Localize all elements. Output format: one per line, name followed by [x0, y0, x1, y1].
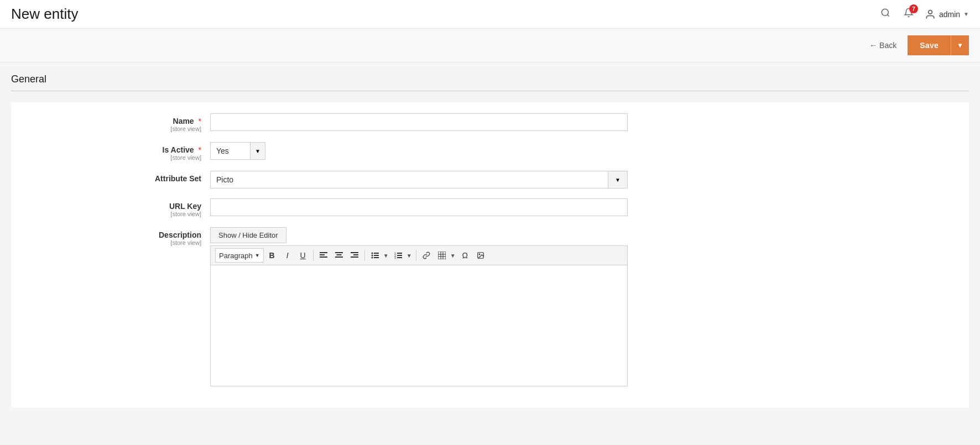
attribute-set-select[interactable]: Picto ▼: [210, 171, 628, 189]
form-row-description: Description [store view] Show / Hide Edi…: [11, 227, 969, 386]
url-key-input[interactable]: [210, 198, 628, 216]
italic-button[interactable]: I: [280, 248, 295, 263]
ordered-list-button[interactable]: 1. 2. 3.: [391, 248, 405, 263]
attribute-set-value: Picto: [211, 173, 608, 186]
svg-rect-15: [374, 255, 379, 256]
is-active-label: Is Active: [163, 145, 194, 154]
omega-icon: Ω: [462, 251, 467, 260]
paragraph-value: Paragraph: [219, 252, 253, 260]
ul-button-group: ▼: [368, 248, 390, 263]
attribute-set-label: Attribute Set: [155, 174, 201, 183]
image-button[interactable]: [473, 248, 488, 263]
page-title: New entity: [11, 6, 78, 23]
svg-rect-17: [374, 257, 379, 258]
attribute-set-control: Picto ▼: [210, 171, 958, 189]
svg-rect-10: [353, 254, 358, 255]
section-general-title: General: [11, 74, 969, 91]
svg-point-16: [371, 257, 373, 259]
user-chevron-icon: ▼: [963, 11, 969, 17]
svg-point-14: [371, 255, 373, 256]
table-button-group: ▼: [435, 248, 457, 263]
form-row-is-active: Is Active * [store view] Yes ▼: [11, 142, 969, 161]
align-center-icon: [335, 252, 343, 259]
header-actions: 7 admin ▼: [878, 6, 969, 23]
link-icon: [422, 252, 431, 259]
svg-rect-7: [336, 254, 341, 255]
user-icon: [925, 9, 936, 20]
main-content: General Name * [store view] Is Active * …: [0, 62, 980, 430]
svg-rect-23: [397, 257, 402, 258]
svg-rect-9: [351, 252, 358, 253]
search-button[interactable]: [878, 6, 893, 23]
editor-content-area[interactable]: [210, 265, 628, 386]
form-row-url-key: URL Key [store view]: [11, 198, 969, 217]
attribute-set-dropdown-button[interactable]: ▼: [608, 171, 627, 188]
notification-badge: 7: [909, 4, 918, 13]
notification-button[interactable]: 7: [901, 6, 916, 23]
description-label: Description: [159, 231, 201, 239]
is-active-dropdown-button[interactable]: ▼: [250, 143, 265, 159]
table-dropdown-button[interactable]: ▼: [449, 248, 457, 263]
svg-line-1: [887, 14, 889, 16]
is-active-chevron-icon: ▼: [255, 148, 260, 154]
show-hide-editor-button[interactable]: Show / Hide Editor: [210, 227, 286, 243]
is-active-select[interactable]: Yes ▼: [210, 142, 265, 160]
name-control: [210, 113, 958, 131]
svg-rect-5: [320, 256, 327, 258]
ul-icon: [371, 252, 379, 259]
bold-button[interactable]: B: [265, 248, 279, 263]
ol-button-group: 1. 2. 3. ▼: [391, 248, 413, 263]
align-right-button[interactable]: [347, 248, 362, 263]
align-left-button[interactable]: [316, 248, 331, 263]
form-area: Name * [store view] Is Active * [store v…: [11, 102, 969, 407]
table-button[interactable]: [435, 248, 449, 263]
svg-rect-21: [397, 255, 402, 256]
save-button-group: Save ▼: [908, 35, 969, 55]
description-sub-label: [store view]: [22, 239, 201, 246]
url-key-sub-label: [store view]: [22, 211, 201, 217]
align-center-button[interactable]: [332, 248, 346, 263]
name-label: Name: [173, 117, 194, 125]
link-button[interactable]: [419, 248, 434, 263]
url-key-control: [210, 198, 958, 216]
table-icon: [438, 252, 446, 259]
paragraph-select[interactable]: Paragraph ▼: [215, 248, 264, 263]
unordered-list-button[interactable]: [368, 248, 382, 263]
ul-dropdown-button[interactable]: ▼: [382, 248, 390, 263]
svg-rect-8: [335, 256, 343, 258]
svg-point-0: [882, 9, 888, 15]
is-active-control: Yes ▼: [210, 142, 958, 160]
editor-divider-2: [364, 250, 365, 261]
description-control: Show / Hide Editor Paragraph ▼ B I: [210, 227, 958, 386]
form-row-attribute-set: Attribute Set Picto ▼: [11, 171, 969, 189]
image-icon: [476, 252, 485, 259]
svg-rect-4: [320, 254, 325, 255]
ol-dropdown-button[interactable]: ▼: [405, 248, 413, 263]
underline-icon: U: [300, 251, 306, 260]
is-active-value: Yes: [211, 144, 250, 158]
name-input[interactable]: [210, 113, 628, 131]
is-active-required-star: *: [199, 145, 201, 154]
back-button[interactable]: ← Back: [863, 36, 903, 54]
description-label-wrap: Description [store view]: [22, 227, 210, 246]
svg-rect-6: [335, 252, 343, 253]
special-chars-button[interactable]: Ω: [458, 248, 472, 263]
editor-toolbar: Paragraph ▼ B I U: [210, 245, 628, 265]
user-menu-button[interactable]: admin ▼: [925, 9, 969, 20]
save-dropdown-icon: ▼: [957, 41, 963, 49]
svg-text:3.: 3.: [394, 256, 397, 259]
italic-icon: I: [286, 251, 289, 260]
svg-rect-24: [438, 252, 446, 259]
align-right-icon: [351, 252, 358, 259]
paragraph-chevron-icon: ▼: [255, 253, 260, 258]
underline-button[interactable]: U: [296, 248, 310, 263]
svg-point-2: [929, 10, 932, 14]
ol-icon: 1. 2. 3.: [394, 252, 402, 259]
save-dropdown-button[interactable]: ▼: [951, 35, 969, 55]
back-arrow-icon: ←: [869, 41, 877, 50]
align-left-icon: [320, 252, 327, 259]
page-header: New entity 7 admin ▼: [0, 0, 980, 29]
save-button[interactable]: Save: [908, 35, 951, 55]
attribute-set-label-wrap: Attribute Set: [22, 171, 210, 183]
editor-divider-3: [416, 250, 416, 261]
